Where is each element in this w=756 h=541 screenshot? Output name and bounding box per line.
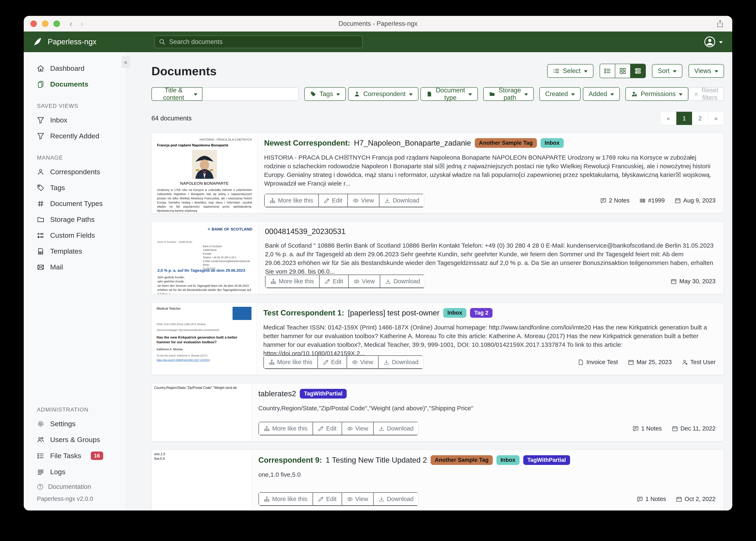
document-title-link[interactable]: H7_Napoleon_Bonaparte_zadanie	[354, 139, 471, 148]
more-like-this-button[interactable]: More like this	[259, 492, 313, 506]
notes-icon	[600, 198, 606, 204]
document-correspondent-link[interactable]: Newest Correspondent:	[264, 139, 350, 148]
sort-dropdown-button[interactable]: Sort	[652, 64, 682, 78]
view-button[interactable]: View	[342, 422, 373, 435]
sidebar-item-tags[interactable]: Tags	[24, 180, 126, 196]
eye-icon	[353, 198, 359, 204]
document-correspondent-link[interactable]: Correspondent 9:	[258, 456, 322, 464]
app-brand[interactable]: Paperless-ngx	[24, 37, 126, 47]
tag-chip[interactable]: Another Sample Tag	[475, 138, 537, 148]
created-filter-button[interactable]: Created	[539, 87, 581, 101]
edit-button[interactable]: Edit	[318, 355, 347, 369]
more-like-this-button[interactable]: More like this	[264, 194, 318, 207]
notes-meta[interactable]: 2 Notes	[600, 197, 630, 204]
document-thumbnail[interactable]: one,1.0 five,5.0	[152, 450, 252, 510]
document-thumbnail[interactable]: Country,Region/State,"Zip/Postal Code","…	[152, 383, 252, 441]
document-title-link[interactable]: 1 Testing New Title Updated 2	[326, 456, 427, 464]
document-title-link[interactable]: tablerates2	[258, 389, 296, 398]
tag-chip[interactable]: Inbox	[541, 138, 564, 148]
edit-button[interactable]: Edit	[313, 422, 342, 435]
view-button[interactable]: View	[342, 492, 373, 506]
select-dropdown-button[interactable]: Select	[547, 64, 593, 78]
sidebar-item-storage-paths[interactable]: Storage Paths	[24, 212, 126, 228]
tag-chip[interactable]: TagWithPartial	[523, 455, 570, 465]
notes-meta[interactable]: 1 Notes	[633, 425, 662, 432]
title-content-filter-input[interactable]	[202, 87, 299, 101]
sidebar-item-correspondents[interactable]: Correspondents	[24, 164, 126, 180]
added-filter-button[interactable]: Added	[583, 87, 620, 101]
sidebar-item-documentation[interactable]: Documentation	[24, 480, 126, 493]
tag-chip[interactable]: Inbox	[443, 308, 466, 318]
document-thumbnail[interactable]: ✳ BANK OF SCOTLAND Bank of Scotland · 10…	[152, 222, 258, 294]
download-button[interactable]: Download	[373, 492, 418, 506]
title-content-dropdown-button[interactable]: Title & content	[151, 87, 202, 101]
storage-path-filter-button[interactable]: Storage path	[483, 87, 534, 101]
pagination-first-button[interactable]: «	[660, 112, 676, 125]
app-version: Paperless-ngx v2.0.0	[24, 493, 126, 510]
more-like-this-button[interactable]: More like this	[265, 274, 319, 288]
permissions-filter-button[interactable]: Permissions	[625, 87, 688, 101]
document-title-link[interactable]: [paperless] test post-owner	[348, 308, 439, 317]
sidebar-item-file-tasks[interactable]: File Tasks 16	[24, 448, 126, 464]
thumb-text: Urodzony w 1769 roku na Korsyce w zuboża…	[157, 188, 252, 213]
tag-chip[interactable]: Another Sample Tag	[431, 455, 493, 465]
view-mode-details-button[interactable]	[631, 64, 645, 78]
question-circle-icon	[37, 483, 44, 490]
sidebar-item-inbox[interactable]: Inbox	[24, 112, 126, 128]
edit-button[interactable]: Edit	[318, 194, 347, 207]
sidebar-collapse-button[interactable]: «	[122, 56, 130, 68]
reset-filters-button[interactable]: × Reset filters	[688, 87, 724, 101]
share-icon[interactable]	[716, 20, 724, 28]
notes-icon	[637, 496, 643, 502]
download-button[interactable]: Download	[373, 422, 418, 435]
sidebar-item-dashboard[interactable]: Dashboard	[24, 60, 126, 76]
search-input[interactable]	[169, 38, 351, 46]
view-button[interactable]: View	[348, 274, 380, 288]
pagination-page-2[interactable]: 2	[692, 112, 708, 125]
document-thumbnail[interactable]: Medical Teacher ISSN: 0142-159X (Print) …	[152, 303, 257, 375]
view-mode-toggle	[600, 64, 646, 78]
sidebar-item-documents[interactable]: Documents	[24, 76, 126, 92]
global-search[interactable]	[154, 35, 363, 48]
sidebar-item-templates[interactable]: Templates	[24, 243, 126, 259]
correspondent-filter-button[interactable]: Correspondent	[348, 87, 418, 101]
sidebar-item-settings[interactable]: Settings	[24, 416, 126, 432]
pagination-last-button[interactable]: »	[708, 112, 724, 125]
tags-filter-button[interactable]: Tags	[304, 87, 346, 101]
document-correspondent-link[interactable]: Test Correspondent 1:	[263, 308, 344, 317]
document-thumbnail[interactable]: HISTORIA - PRACA DLA CHĘTNYCH Francja po…	[152, 133, 258, 213]
sidebar-item-logs[interactable]: Logs	[24, 464, 126, 480]
user-menu[interactable]	[704, 36, 723, 48]
sidebar-item-users-groups[interactable]: Users & Groups	[24, 432, 126, 448]
view-button[interactable]: View	[347, 355, 378, 369]
tag-chip[interactable]: Tag 2	[470, 308, 493, 318]
tag-chip[interactable]: Inbox	[496, 455, 520, 465]
tag-chip[interactable]: TagWithPartial	[300, 389, 347, 398]
more-like-this-button[interactable]: More like this	[259, 422, 313, 435]
sidebar-item-mail[interactable]: Mail	[24, 259, 126, 275]
view-mode-table-button[interactable]	[600, 64, 615, 78]
view-button[interactable]: View	[347, 194, 379, 207]
document-type-meta[interactable]: Invoice Test	[578, 359, 618, 365]
notes-meta[interactable]: 1 Notes	[637, 496, 666, 502]
sidebar-item-document-types[interactable]: Document Types	[24, 196, 126, 212]
app-window: ‹ › Documents - Paperless-ngx Paperless-…	[24, 16, 732, 510]
download-button[interactable]: Download	[380, 274, 425, 288]
document-card: Country,Region/State,"Zip/Postal Code","…	[151, 383, 724, 441]
details-view-icon	[634, 67, 641, 74]
owner-meta[interactable]: Test User	[682, 359, 716, 365]
view-mode-grid-button[interactable]	[615, 64, 631, 78]
download-button[interactable]: Download	[379, 194, 424, 207]
page-title: Documents	[151, 64, 217, 78]
views-dropdown-button[interactable]: Views	[689, 64, 724, 78]
document-type-filter-button[interactable]: Document type	[421, 87, 478, 101]
sidebar-item-recently-added[interactable]: Recently Added	[24, 128, 126, 144]
pagination-page-1[interactable]: 1	[676, 112, 692, 125]
download-button[interactable]: Download	[378, 355, 423, 369]
edit-button[interactable]: Edit	[319, 274, 348, 288]
sidebar-item-custom-fields[interactable]: Custom Fields	[24, 228, 126, 243]
asn-meta: #1999	[639, 197, 665, 204]
more-like-this-button[interactable]: More like this	[263, 355, 318, 369]
edit-button[interactable]: Edit	[313, 492, 342, 506]
document-title-link[interactable]: 0004814539_20230531	[265, 227, 346, 236]
